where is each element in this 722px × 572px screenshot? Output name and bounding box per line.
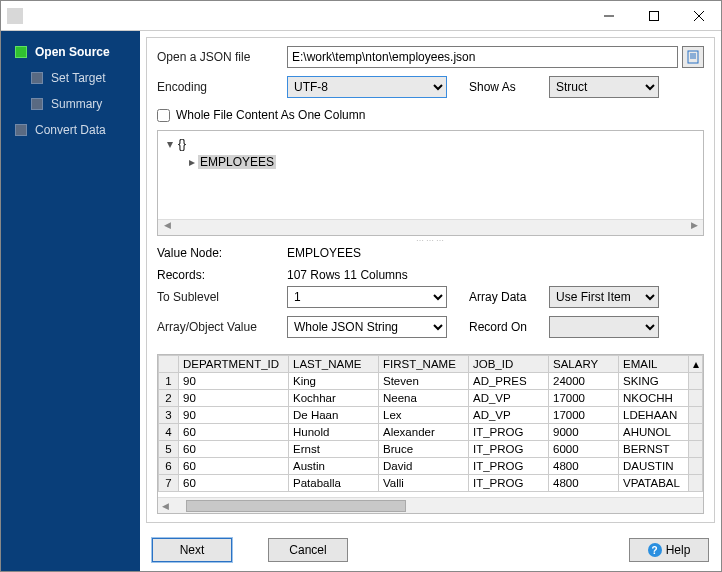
objval-label: Array/Object Value <box>157 320 287 334</box>
value-node-label: Value Node: <box>157 246 287 260</box>
minimize-button[interactable] <box>586 1 631 31</box>
showas-select[interactable]: Struct <box>549 76 659 98</box>
table-cell: 4800 <box>549 475 619 492</box>
table-cell: SKING <box>619 373 689 390</box>
svg-rect-4 <box>688 51 698 63</box>
table-row[interactable]: 460HunoldAlexanderIT_PROG9000AHUNOL <box>159 424 703 441</box>
recordon-select[interactable] <box>549 316 659 338</box>
records-value: 107 Rows 11 Columns <box>287 268 408 282</box>
table-cell: Bruce <box>379 441 469 458</box>
table-cell: BERNST <box>619 441 689 458</box>
table-row[interactable]: 660AustinDavidIT_PROG4800DAUSTIN <box>159 458 703 475</box>
table-cell: IT_PROG <box>469 424 549 441</box>
sublevel-label: To Sublevel <box>157 290 287 304</box>
col-header[interactable]: LAST_NAME <box>289 356 379 373</box>
table-row[interactable]: 190KingStevenAD_PRES24000SKING <box>159 373 703 390</box>
titlebar <box>1 1 721 31</box>
step-label: Convert Data <box>35 123 106 137</box>
table-cell: Valli <box>379 475 469 492</box>
sidebar-item-set-target[interactable]: Set Target <box>1 65 140 91</box>
tree-scrollbar[interactable]: ◀▶ <box>158 219 703 235</box>
col-header[interactable]: DEPARTMENT_ID <box>179 356 289 373</box>
svg-rect-1 <box>649 11 658 20</box>
table-cell: Kochhar <box>289 390 379 407</box>
close-button[interactable] <box>676 1 721 31</box>
value-node-value: EMPLOYEES <box>287 246 361 260</box>
tree-node-employees[interactable]: EMPLOYEES <box>198 155 276 169</box>
col-header[interactable]: SALARY <box>549 356 619 373</box>
cancel-button[interactable]: Cancel <box>268 538 348 562</box>
table-cell: Pataballa <box>289 475 379 492</box>
table-cell: IT_PROG <box>469 475 549 492</box>
scroll-up-icon[interactable]: ▴ <box>689 356 703 373</box>
table-cell: AD_PRES <box>469 373 549 390</box>
table-cell: Lex <box>379 407 469 424</box>
encoding-select[interactable]: UTF-8 <box>287 76 447 98</box>
table-cell: 60 <box>179 475 289 492</box>
table-cell: 90 <box>179 390 289 407</box>
col-header[interactable]: JOB_ID <box>469 356 549 373</box>
main-panel: Open a JSON file Encoding UTF-8 Show As … <box>146 37 715 523</box>
table-cell: AHUNOL <box>619 424 689 441</box>
maximize-button[interactable] <box>631 1 676 31</box>
col-header[interactable]: EMAIL <box>619 356 689 373</box>
table-row[interactable]: 390De HaanLexAD_VP17000LDEHAAN <box>159 407 703 424</box>
sidebar-item-summary[interactable]: Summary <box>1 91 140 117</box>
wizard-sidebar: Open Source Set Target Summary Convert D… <box>1 31 140 571</box>
sidebar-item-open-source[interactable]: Open Source <box>1 39 140 65</box>
splitter[interactable]: ⋯⋯⋯ <box>157 236 704 242</box>
table-cell: 4800 <box>549 458 619 475</box>
table-cell: 6000 <box>549 441 619 458</box>
table-header-row: DEPARTMENT_ID LAST_NAME FIRST_NAME JOB_I… <box>159 356 703 373</box>
table-cell: Steven <box>379 373 469 390</box>
next-button[interactable]: Next <box>152 538 232 562</box>
table-cell: King <box>289 373 379 390</box>
table-cell: IT_PROG <box>469 441 549 458</box>
tree-root[interactable]: {} <box>176 137 188 151</box>
sublevel-select[interactable]: 1 <box>287 286 447 308</box>
objval-select[interactable]: Whole JSON String <box>287 316 447 338</box>
table-cell: Neena <box>379 390 469 407</box>
step-label: Open Source <box>35 45 110 59</box>
table-cell: VPATABAL <box>619 475 689 492</box>
table-cell: IT_PROG <box>469 458 549 475</box>
table-cell: AD_VP <box>469 407 549 424</box>
table-row[interactable]: 560ErnstBruceIT_PROG6000BERNST <box>159 441 703 458</box>
table-cell: De Haan <box>289 407 379 424</box>
table-cell: Austin <box>289 458 379 475</box>
file-path-input[interactable] <box>287 46 678 68</box>
table-cell: 90 <box>179 407 289 424</box>
table-cell: David <box>379 458 469 475</box>
recordon-label: Record On <box>469 320 549 334</box>
preview-table: DEPARTMENT_ID LAST_NAME FIRST_NAME JOB_I… <box>157 354 704 514</box>
table-cell: NKOCHH <box>619 390 689 407</box>
expand-icon[interactable]: ▸ <box>186 155 198 169</box>
showas-label: Show As <box>469 80 549 94</box>
help-icon: ? <box>648 543 662 557</box>
json-tree[interactable]: ▾{} ▸EMPLOYEES ◀▶ <box>157 130 704 236</box>
help-button[interactable]: ?Help <box>629 538 709 562</box>
button-bar: Next Cancel ?Help <box>140 529 721 571</box>
whole-file-label: Whole File Content As One Column <box>176 108 365 122</box>
table-row[interactable]: 760PataballaValliIT_PROG4800VPATABAL <box>159 475 703 492</box>
arraydata-select[interactable]: Use First Item <box>549 286 659 308</box>
step-label: Summary <box>51 97 102 111</box>
table-cell: DAUSTIN <box>619 458 689 475</box>
whole-file-checkbox[interactable] <box>157 109 170 122</box>
table-cell: Hunold <box>289 424 379 441</box>
document-icon <box>686 50 700 64</box>
table-cell: 17000 <box>549 407 619 424</box>
table-h-scrollbar[interactable]: ◀ <box>158 497 703 513</box>
table-cell: 17000 <box>549 390 619 407</box>
open-file-label: Open a JSON file <box>157 50 287 64</box>
browse-button[interactable] <box>682 46 704 68</box>
step-label: Set Target <box>51 71 105 85</box>
table-row[interactable]: 290KochharNeenaAD_VP17000NKOCHH <box>159 390 703 407</box>
table-cell: Alexander <box>379 424 469 441</box>
col-header[interactable]: FIRST_NAME <box>379 356 469 373</box>
collapse-icon[interactable]: ▾ <box>164 137 176 151</box>
table-cell: 24000 <box>549 373 619 390</box>
table-cell: LDEHAAN <box>619 407 689 424</box>
sidebar-item-convert-data[interactable]: Convert Data <box>1 117 140 143</box>
table-cell: AD_VP <box>469 390 549 407</box>
